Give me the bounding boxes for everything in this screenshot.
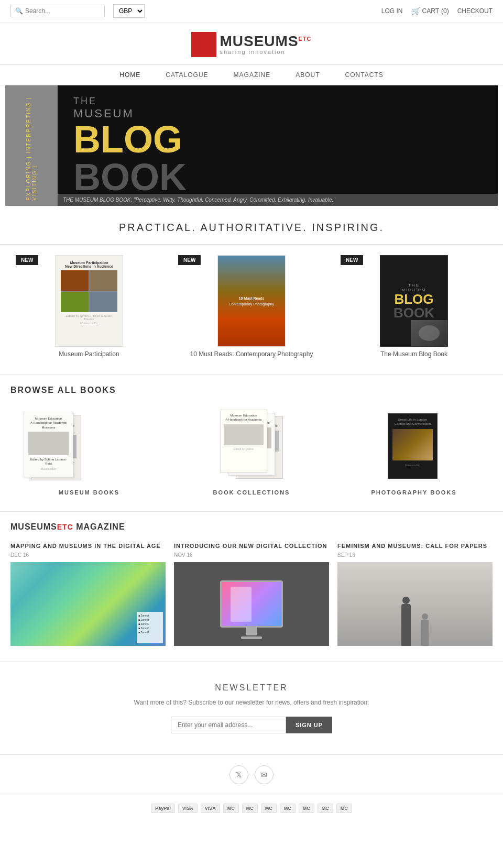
cart-wrap[interactable]: 🛒 CART (0) [411,7,449,15]
magazine-article-3-date: SEP 16 [337,552,493,558]
browse-all-books-title: BROWSE ALL BOOKS [10,386,493,395]
logo-name: MUSEUMSETC [220,34,311,49]
magazine-grid: MAPPING AND MUSEUMS IN THE DIGITAL AGE D… [10,542,493,646]
featured-item-blog-book[interactable]: NEW THE MUSEUM BLOG BOOK The Museum Blog… [335,255,493,359]
payment-paypal: PayPal [151,804,175,813]
hero-title-book: BOOK [73,158,187,196]
newsletter-section: NEWSLETTER Want more of this? Subscribe … [0,662,503,755]
checkout-link[interactable]: CHECKOUT [457,7,493,15]
page-tagline: PRACTICAL. AUTHORITATIVE. INSPIRING. [0,206,503,245]
hero-banner: EXPLORING | INTERPRETING | VISITING | TH… [5,85,498,206]
book-category-collections-label: BOOK COLLECTIONS [173,489,330,496]
museum-books-visual: Museum EducationA Handbook for Academic … [10,405,94,489]
top-right-nav: LOG IN 🛒 CART (0) CHECKOUT [381,7,493,15]
logo-red-box [191,32,216,57]
payment-mc-5: MC [299,804,314,813]
magazine-article-3-img [337,562,493,646]
nav-magazine[interactable]: MAGAZINE [221,65,283,85]
featured-section: NEW Museum ParticipationNew Directions i… [0,245,503,375]
nav-catalogue[interactable]: CATALOGUE [153,65,221,85]
featured-grid: NEW Museum ParticipationNew Directions i… [10,255,493,359]
nav-about[interactable]: ABOUT [283,65,332,85]
featured-book-2-img: 10 Must Reads Contemporary Photography [217,255,286,347]
social-section: 𝕏 ✉ [0,755,503,795]
magazine-article-2-title: INTRODUCING OUR NEW DIGITAL COLLECTION [174,542,329,550]
hero-main-content: THE MUSEUM BLOG BOOK [58,85,498,206]
featured-item-2-title: 10 Must Reads: Contemporary Photography [173,350,330,359]
magazine-article-1[interactable]: MAPPING AND MUSEUMS IN THE DIGITAL AGE D… [10,542,166,646]
hero-side-text: EXPLORING | INTERPRETING | VISITING | [5,85,58,206]
email-icon: ✉ [261,771,267,779]
footer-payments: PayPal VISA VISA MC MC MC MC MC MC MC [0,795,503,821]
book-category-museum-books[interactable]: Museum EducationA Handbook for Academic … [10,405,168,496]
twitter-button[interactable]: 𝕏 [229,765,248,784]
nav-contacts[interactable]: CONTACTS [333,65,396,85]
payment-mc-1: MC [223,804,239,813]
new-badge-1: NEW [16,255,38,265]
hero-title-the: THE [73,96,97,107]
new-badge-2: NEW [178,255,201,265]
top-bar: 🔍 GBP USD EUR LOG IN 🛒 CART (0) CHECKOUT [0,0,503,23]
payment-mc-6: MC [318,804,333,813]
cart-count: (0) [441,7,449,15]
payment-visa-2: VISA [201,804,220,813]
featured-item-10-must-reads[interactable]: NEW 10 Must Reads Contemporary Photograp… [173,255,330,359]
magazine-article-2-img [174,562,329,646]
main-nav: HOME CATALOGUE MAGAZINE ABOUT CONTACTS [0,64,503,85]
hero-caption: THE MUSEUM BLOG BOOK: "Perceptive. Witty… [58,194,498,206]
twitter-icon: 𝕏 [236,771,242,779]
logo-text-wrap: MUSEUMSETC sharing innovation [216,34,311,55]
logo[interactable]: MUSEUMSETC sharing innovation [191,32,311,57]
photo-books-visual: Street Life in LondonContext and Convers… [372,405,456,489]
newsletter-email-input[interactable] [171,717,286,733]
magazine-article-1-img: ■ Zone A■ Zone B■ Zone C■ Zone D■ Zone E [10,562,166,646]
payment-mc-2: MC [242,804,258,813]
payment-visa-1: VISA [178,804,198,813]
magazine-article-2-date: NOV 16 [174,552,329,558]
book-category-museum-books-label: MUSEUM BOOKS [10,489,168,496]
books-grid: Museum EducationA Handbook for Academic … [10,405,493,496]
magazine-article-3[interactable]: FEMINISM AND MUSEUMS: CALL FOR PAPERS SE… [337,542,493,646]
search-wrap: 🔍 [10,5,105,17]
newsletter-description: Want more of this? Subscribe to our news… [10,699,493,706]
new-badge-3: NEW [341,255,363,265]
login-link[interactable]: LOG IN [381,7,403,15]
email-button[interactable]: ✉ [255,765,274,784]
logo-etc: ETC [299,36,312,42]
newsletter-form: SIGN UP [10,717,493,733]
featured-book-1-img: Museum ParticipationNew Directions in Au… [55,255,123,347]
magazine-article-3-title: FEMINISM AND MUSEUMS: CALL FOR PAPERS [337,542,493,550]
magazine-article-2[interactable]: INTRODUCING OUR NEW DIGITAL COLLECTION N… [174,542,329,646]
browse-books-section: BROWSE ALL BOOKS Museum EducationA Handb… [0,375,503,512]
book-category-photography[interactable]: Street Life in LondonContext and Convers… [335,405,493,496]
payment-mc-7: MC [336,804,352,813]
cart-icon: 🛒 [411,7,420,15]
nav-home[interactable]: HOME [107,65,153,85]
book-category-collections[interactable]: Museum EducationA Handbook for Academic … [173,405,330,496]
newsletter-title: NEWSLETTER [10,683,493,693]
featured-book-3-img: THE MUSEUM BLOG BOOK [380,255,448,347]
featured-item-3-title: The Museum Blog Book [335,350,493,359]
search-input[interactable] [25,7,99,15]
magazine-article-1-date: DEC 16 [10,552,166,558]
featured-item-museum-participation[interactable]: NEW Museum ParticipationNew Directions i… [10,255,168,359]
book-category-photography-label: PHOTOGRAPHY BOOKS [335,489,493,496]
magazine-section: MUSEUMSETC MAGAZINE MAPPING AND MUSEUMS … [0,512,503,662]
logo-area: MUSEUMSETC sharing innovation [0,23,503,64]
logo-tagline: sharing innovation [220,49,285,55]
payment-mc-4: MC [280,804,296,813]
hero-title-blog: BLOG [73,120,182,158]
search-icon: 🔍 [15,7,23,15]
magazine-article-1-title: MAPPING AND MUSEUMS IN THE DIGITAL AGE [10,542,166,550]
currency-select[interactable]: GBP USD EUR [113,4,145,18]
featured-item-1-title: Museum Participation [10,350,168,359]
cart-label: CART [422,7,439,15]
newsletter-signup-button[interactable]: SIGN UP [286,717,332,733]
magazine-section-title: MUSEUMSETC MAGAZINE [10,522,493,532]
book-collections-visual: Museum EducationA Handbook for Academic … [210,405,293,489]
payment-mc-3: MC [261,804,277,813]
